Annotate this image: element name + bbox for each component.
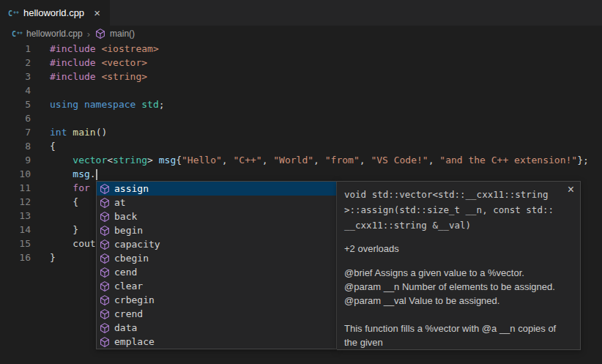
line-content: { (31, 139, 56, 153)
suggest-item-label: begin (114, 225, 143, 236)
suggest-item-label: back (114, 211, 137, 222)
suggest-list[interactable]: assignatbackbegincapacitycbegincendclear… (96, 181, 337, 349)
line-number: 3 (0, 70, 31, 83)
line-content: msg. (31, 167, 97, 181)
cpp-file-icon: C++ (11, 28, 23, 40)
suggest-item-label: cend (114, 267, 137, 278)
cpp-file-icon: C++ (7, 7, 19, 19)
symbol-method-icon (99, 294, 111, 306)
svg-text:++: ++ (17, 30, 23, 36)
docs-body-line: @param __val Value to be assigned. (344, 294, 573, 308)
line-content: vector<string> msg{"Hello", "C++", "Worl… (31, 153, 589, 167)
code-line[interactable]: 6 (0, 111, 602, 125)
suggest-item-label: data (114, 322, 137, 333)
line-number: 1 (0, 42, 31, 56)
docs-signature: void std::vector<std::__cxx11::string>::… (344, 187, 573, 233)
symbol-method-icon (99, 308, 111, 320)
line-number: 5 (0, 97, 31, 111)
suggest-item-label: crbegin (114, 294, 155, 305)
tab-helloworld-cpp[interactable]: C++ helloworld.cpp × (0, 0, 110, 26)
docs-signature-line: __cxx11::string &__val) (344, 218, 573, 233)
line-content (31, 209, 50, 223)
suggest-item-label: capacity (114, 239, 160, 250)
line-content: #include <vector> (31, 56, 147, 70)
svg-text:C: C (12, 30, 16, 38)
svg-text:++: ++ (13, 9, 19, 15)
code-line[interactable]: 10 msg. (0, 167, 602, 181)
suggest-item-emplace[interactable]: emplace (97, 335, 336, 349)
suggest-docs-panel: × void std::vector<std::__cxx11::string>… (337, 181, 581, 350)
symbol-method-icon (99, 197, 111, 209)
docs-body-line: This function fills a %vector with @a __… (344, 322, 573, 335)
line-number: 2 (0, 56, 31, 70)
docs-body: @brief Assigns a given value to a %vecto… (344, 266, 573, 349)
symbol-method-icon (99, 281, 111, 292)
symbol-method-icon (99, 253, 111, 264)
suggest-item-label: crend (114, 308, 143, 319)
suggest-item-at[interactable]: at (97, 196, 336, 209)
docs-signature-line: void std::vector<std::__cxx11::string (344, 187, 573, 202)
docs-body-line: @param __n Number of elements to be assi… (344, 280, 573, 294)
line-content: #include <iostream> (31, 42, 159, 56)
suggest-item-label: assign (114, 183, 149, 194)
code-line[interactable]: 2#include <vector> (0, 56, 602, 70)
breadcrumb-symbol[interactable]: main() (110, 29, 135, 39)
line-number: 13 (0, 209, 31, 223)
suggest-item-cend[interactable]: cend (97, 265, 336, 279)
docs-body-line (344, 308, 573, 322)
line-number: 9 (0, 153, 31, 167)
suggest-item-capacity[interactable]: capacity (97, 237, 336, 251)
docs-signature-line: >::assign(std::size_t __n, const std:: (344, 202, 573, 218)
symbol-method-icon (99, 267, 111, 278)
line-content: int main() (31, 125, 107, 139)
suggest-widget: assignatbackbegincapacitycbegincendclear… (96, 181, 581, 350)
code-line[interactable]: 5using namespace std; (0, 97, 602, 111)
line-number: 16 (0, 250, 31, 264)
tab-title: helloworld.cpp (23, 7, 84, 18)
line-content: using namespace std; (31, 97, 165, 111)
line-number: 8 (0, 139, 31, 153)
line-content: #include <string> (31, 70, 147, 83)
line-content: } (31, 223, 78, 237)
line-content: { (31, 195, 78, 209)
suggest-item-data[interactable]: data (97, 321, 336, 335)
suggest-item-label: clear (114, 281, 143, 291)
breadcrumb-file[interactable]: helloworld.cpp (26, 29, 83, 39)
symbol-method-icon (99, 322, 111, 334)
code-line[interactable]: 4 (0, 83, 602, 97)
code-line[interactable]: 9 vector<string> msg{"Hello", "C++", "Wo… (0, 153, 602, 167)
suggest-item-clear[interactable]: clear (97, 279, 336, 293)
suggest-item-begin[interactable]: begin (97, 223, 336, 237)
suggest-item-assign[interactable]: assign (97, 182, 336, 196)
symbol-method-icon (99, 183, 111, 195)
code-line[interactable]: 3#include <string> (0, 70, 602, 83)
suggest-item-label: cbegin (114, 253, 149, 264)
symbol-method-icon (99, 336, 111, 348)
docs-body-line: @brief Assigns a given value to a %vecto… (344, 266, 573, 280)
docs-body-line: the given (344, 335, 573, 349)
symbol-method-icon (99, 239, 111, 250)
line-number: 15 (0, 237, 31, 250)
line-content: cout (31, 237, 96, 250)
code-line[interactable]: 7int main() (0, 125, 602, 139)
line-content: } (31, 250, 56, 264)
breadcrumb: C++ helloworld.cpp › main() (0, 26, 602, 42)
line-number: 7 (0, 125, 31, 139)
line-content (31, 111, 50, 125)
symbol-method-icon (99, 225, 111, 237)
suggest-item-crbegin[interactable]: crbegin (97, 293, 336, 307)
docs-overloads[interactable]: +2 overloads (344, 243, 573, 254)
text-cursor (96, 169, 97, 180)
suggest-item-cbegin[interactable]: cbegin (97, 251, 336, 265)
code-line[interactable]: 1#include <iostream> (0, 42, 602, 56)
line-number: 11 (0, 181, 31, 195)
close-icon[interactable]: × (92, 7, 103, 19)
line-content (31, 83, 50, 97)
close-icon[interactable]: × (568, 184, 574, 196)
suggest-item-label: emplace (114, 336, 155, 347)
code-line[interactable]: 8{ (0, 139, 602, 153)
suggest-item-crend[interactable]: crend (97, 307, 336, 321)
suggest-item-back[interactable]: back (97, 209, 336, 223)
line-number: 14 (0, 223, 31, 237)
symbol-method-icon (99, 211, 111, 223)
